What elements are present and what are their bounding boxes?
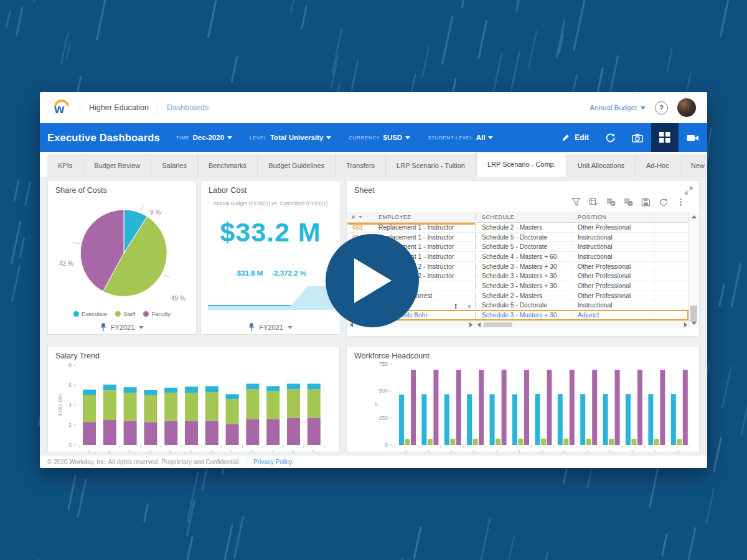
filter-icon[interactable] xyxy=(571,198,581,207)
bar-segment xyxy=(124,393,137,421)
filter-label: CURRENCY xyxy=(349,135,380,141)
tab-transfers[interactable]: Transfers xyxy=(336,154,386,177)
scroll-down-icon[interactable] xyxy=(692,322,697,325)
breadcrumb-dashboards[interactable]: Dashboards xyxy=(167,103,209,112)
bar xyxy=(580,394,585,445)
cell-schedule[interactable]: Schedule 2 - Masters xyxy=(475,224,571,231)
grid-icon xyxy=(659,132,670,143)
grid-view-button-selected[interactable] xyxy=(651,123,679,152)
card-title: Labor Cost xyxy=(209,186,247,195)
save-icon[interactable] xyxy=(641,198,651,207)
cell-position[interactable]: Other Professional xyxy=(571,282,654,289)
column-header-schedule[interactable]: SCHEDULE xyxy=(475,214,571,220)
divider xyxy=(80,100,80,115)
bar xyxy=(563,439,568,445)
camera-button[interactable] xyxy=(624,123,651,152)
column-header-employee[interactable]: EMPLOYEE xyxy=(377,214,475,220)
card-title: Share of Costs xyxy=(55,186,107,195)
help-icon[interactable]: ? xyxy=(655,101,668,114)
background-dash xyxy=(332,28,343,73)
pie-value-label: 42 % xyxy=(59,260,73,267)
avatar[interactable] xyxy=(677,98,696,117)
video-play-button[interactable] xyxy=(326,234,419,327)
cell-schedule[interactable]: Schedule 5 - Doctorate xyxy=(475,234,571,241)
cell-schedule[interactable]: Schedule 2 - Masters xyxy=(475,292,571,299)
scroll-right-icon[interactable] xyxy=(684,322,687,327)
cell-position[interactable]: Instructional xyxy=(571,253,654,260)
vertical-scrollbar[interactable] xyxy=(688,212,698,328)
scroll-up-icon[interactable] xyxy=(692,215,697,218)
expand-icon[interactable] xyxy=(685,187,693,195)
legend-item-faculty[interactable]: Faculty xyxy=(143,310,171,317)
cell-schedule[interactable]: Schedule 5 - Doctorate xyxy=(475,243,571,250)
account-menu[interactable]: Annual Budget xyxy=(590,104,646,111)
legend-item-executive[interactable]: Executive xyxy=(73,310,107,317)
legend-item-staff[interactable]: Staff xyxy=(115,310,135,317)
bar xyxy=(637,370,642,445)
tab-ad-hoc[interactable]: Ad-Hoc xyxy=(636,154,680,177)
workday-logo-icon[interactable]: w xyxy=(52,98,71,118)
tab-new[interactable]: New xyxy=(680,154,707,177)
filter-student-level[interactable]: STUDENT LEVELAll xyxy=(428,134,493,141)
add-row-icon[interactable] xyxy=(606,198,616,207)
pie-value-label: 9 % xyxy=(150,209,161,216)
bar-segment xyxy=(287,389,300,418)
bar-segment xyxy=(83,422,96,445)
cell-position[interactable]: Instructional xyxy=(571,302,654,309)
scrollbar-thumb[interactable] xyxy=(690,306,697,322)
cell-position[interactable]: Other Professional xyxy=(571,292,654,299)
page-title: Executive Dashboards xyxy=(47,132,160,144)
tab-lrp-scenario-comp-[interactable]: LRP Scenario - Comp. xyxy=(476,152,567,177)
tab-salaries[interactable]: Salaries xyxy=(151,154,198,177)
tab-budget-guidelines[interactable]: Budget Guidelines xyxy=(258,154,336,177)
background-dash xyxy=(441,16,454,65)
tab-kpis[interactable]: KPIs xyxy=(47,154,83,177)
employee-value: Replacement 1 - Instructor xyxy=(378,224,454,231)
cell-schedule[interactable]: Schedule 3 - Masters + 30 xyxy=(475,273,571,279)
background-dash xyxy=(479,518,491,560)
selected-row-indicator xyxy=(347,223,475,225)
cell-schedule[interactable]: Schedule 4 - Masters + 60 xyxy=(475,253,571,260)
column-header-num[interactable]: # xyxy=(347,214,377,220)
bar-segment xyxy=(185,386,198,393)
tab-unit-allocations[interactable]: Unit Allocations xyxy=(567,154,636,177)
filter-currency[interactable]: CURRENCY$USD xyxy=(349,134,410,141)
cell-position[interactable]: Other Professional xyxy=(571,273,654,279)
cell-position[interactable]: Instructional xyxy=(571,243,654,250)
pin-selector[interactable]: FY2021 xyxy=(201,323,340,332)
tab-lrp-scenario-tuition[interactable]: LRP Scenario - Tuition xyxy=(386,154,476,177)
window-footer: © 2020 Workday, Inc. All rights reserved… xyxy=(40,455,707,468)
cell-position[interactable]: Other Professional xyxy=(571,263,654,270)
cell-employee[interactable]: Replacement 1 - Instructor xyxy=(377,224,475,231)
background-dash xyxy=(720,0,731,37)
kebab-menu-icon[interactable] xyxy=(676,198,685,207)
cell-schedule[interactable]: Schedule 3 - Masters + 30 xyxy=(475,263,571,270)
filter-time[interactable]: TIMEDec-2020 xyxy=(176,134,232,141)
pin-selector[interactable]: FY2021 xyxy=(48,323,196,332)
scroll-left-icon[interactable] xyxy=(477,322,481,327)
cell-position[interactable]: Other Professional xyxy=(571,224,654,231)
table-filter-icon[interactable] xyxy=(589,198,598,207)
refresh-button[interactable] xyxy=(597,123,624,152)
tab-benchmarks[interactable]: Benchmarks xyxy=(198,154,258,177)
tab-budget-review[interactable]: Budget Review xyxy=(83,154,151,177)
cell-extra xyxy=(654,242,690,251)
bar xyxy=(411,370,416,445)
filter-level[interactable]: LEVELTotal University xyxy=(250,134,331,141)
cell-schedule[interactable]: Schedule 5 - Doctorate xyxy=(475,302,571,309)
bar-segment xyxy=(144,395,157,422)
column-header-position[interactable]: POSITION xyxy=(571,214,654,220)
video-button[interactable] xyxy=(679,123,707,152)
horizontal-scrollbar-right-pane[interactable] xyxy=(475,320,690,329)
edit-button[interactable]: Edit xyxy=(553,123,597,152)
chevron-down-icon[interactable] xyxy=(467,306,471,308)
labor-cost-deltas: -$31.8 M -2,372.2 % xyxy=(201,269,340,277)
scroll-right-icon[interactable] xyxy=(469,322,472,327)
scrollbar-thumb[interactable] xyxy=(484,322,512,327)
cell-schedule[interactable]: Schedule 3 - Masters + 30 xyxy=(475,282,571,289)
background-dash xyxy=(32,0,39,2)
refresh-icon[interactable] xyxy=(659,198,668,207)
remove-row-icon[interactable] xyxy=(624,198,633,207)
privacy-policy-link[interactable]: Privacy Policy xyxy=(253,459,292,465)
cell-position[interactable]: Instructional xyxy=(571,234,654,241)
